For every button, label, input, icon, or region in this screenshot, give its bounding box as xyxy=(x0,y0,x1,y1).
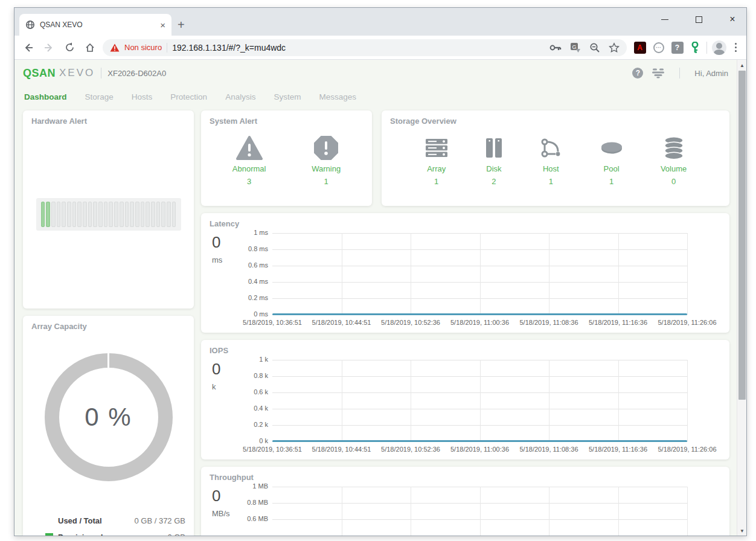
menu-dots-icon[interactable] xyxy=(731,43,741,53)
drive-slot xyxy=(41,202,45,227)
x-axis-tick-label: 5/18/2019, 11:08:36 xyxy=(519,319,578,326)
warning-triangle-icon[interactable] xyxy=(110,43,120,52)
y-axis-tick-label: 1 ms xyxy=(232,229,268,236)
scroll-down-icon[interactable]: ▼ xyxy=(737,526,746,536)
heart-icon[interactable] xyxy=(652,68,665,78)
drive-slot xyxy=(57,202,61,227)
overview-pool[interactable]: Pool 1 xyxy=(600,134,624,187)
avatar[interactable] xyxy=(712,40,726,55)
y-axis-tick-label: 0.2 k xyxy=(232,421,268,428)
iops-chart-card: IOPS 0 k 1 k0.8 k0.6 k0.4 k0.2 k0 k5/18/… xyxy=(201,340,729,459)
y-axis-tick-label: 0.6 ms xyxy=(232,261,268,269)
system-alert-warning[interactable]: Warning 1 xyxy=(312,134,341,187)
x-axis-tick-label: 5/18/2019, 10:52:36 xyxy=(381,319,440,326)
overview-label: Disk xyxy=(486,163,501,174)
nav-item-analysis[interactable]: Analysis xyxy=(225,92,255,101)
close-window-icon[interactable]: × xyxy=(725,11,740,27)
card-title: Hardware Alert xyxy=(31,117,185,126)
nav-item-dashboard[interactable]: Dashboard xyxy=(24,92,67,101)
security-label[interactable]: Non sicuro xyxy=(124,43,162,52)
drive-slot xyxy=(141,202,145,227)
scrollbar-thumb[interactable] xyxy=(738,71,746,400)
home-icon[interactable] xyxy=(82,40,98,56)
x-axis-tick-label: 5/18/2019, 10:44:51 xyxy=(312,319,371,326)
latency-plot-area: 1 ms0.8 ms0.6 ms0.4 ms0.2 ms0 ms5/18/201… xyxy=(272,233,687,330)
header-divider xyxy=(101,68,101,78)
y-axis-tick-label: 1 k xyxy=(232,356,268,363)
header-divider xyxy=(679,68,680,78)
capacity-percent: 0 % xyxy=(59,368,158,467)
gridline-vertical xyxy=(411,487,411,536)
adobe-extension-icon[interactable]: A xyxy=(634,42,646,54)
capacity-row-label: Provisioned xyxy=(58,533,103,536)
enclosure-front-view[interactable] xyxy=(36,198,181,231)
gridline-vertical xyxy=(687,233,688,315)
nav-item-system[interactable]: System xyxy=(274,92,301,101)
gridline-vertical xyxy=(411,360,411,441)
nav-item-hosts[interactable]: Hosts xyxy=(132,92,153,101)
gridline-vertical xyxy=(342,487,342,536)
product-logo: XEVO xyxy=(59,67,95,79)
new-tab-icon[interactable]: + xyxy=(178,18,185,32)
overview-value: 1 xyxy=(434,176,438,187)
throughput-chart-card: Throughput 0 MB/s 1 MB0.8 MB0.6 MB xyxy=(201,467,729,536)
overview-label: Volume xyxy=(661,163,687,174)
device-name: XF2026-D602A0 xyxy=(107,69,166,78)
tab-close-icon[interactable]: × xyxy=(160,20,165,30)
minimize-icon[interactable] xyxy=(657,11,673,27)
star-icon[interactable] xyxy=(609,42,620,53)
gridline-vertical xyxy=(687,360,688,441)
y-axis-tick-label: 0 k xyxy=(232,437,268,444)
overview-volume[interactable]: Volume 0 xyxy=(661,134,687,187)
chart-title: IOPS xyxy=(210,346,721,355)
user-greeting[interactable]: Hi, Admin xyxy=(694,69,728,78)
maximize-icon[interactable] xyxy=(691,11,706,27)
key-extension-icon[interactable] xyxy=(691,42,699,54)
overview-host[interactable]: Host 1 xyxy=(539,134,562,187)
help-icon[interactable]: ? xyxy=(632,68,643,78)
gridline-vertical xyxy=(411,233,411,315)
drive-slot xyxy=(77,202,82,227)
zoom-out-icon[interactable] xyxy=(589,42,600,53)
y-axis-tick-label: 0.8 ms xyxy=(232,245,268,252)
overview-disk[interactable]: Disk 2 xyxy=(485,134,502,187)
address-bar[interactable]: Non sicuro 192.168.1.131/#/?_k=mu4wdc G xyxy=(103,39,627,56)
pool-icon xyxy=(600,134,624,162)
y-axis-tick-label: 0.4 ms xyxy=(232,278,268,285)
provisioned-swatch xyxy=(45,533,53,536)
nav-item-protection[interactable]: Protection xyxy=(170,92,207,101)
capacity-row-label: Used / Total xyxy=(58,516,102,525)
brand-logo: QSAN xyxy=(23,67,56,80)
circle-extension-icon[interactable]: ··· xyxy=(653,42,664,53)
nav-item-storage[interactable]: Storage xyxy=(85,92,114,101)
browser-tab[interactable]: QSAN XEVO × xyxy=(19,14,171,36)
drive-slot xyxy=(167,202,171,227)
drive-slot xyxy=(72,202,77,227)
key-icon[interactable] xyxy=(549,44,562,51)
page-scrollbar[interactable]: ▲ ▼ xyxy=(737,60,746,536)
x-axis-tick-label: 5/18/2019, 10:44:51 xyxy=(312,446,371,453)
system-alert-card: System Alert Abnormal 3 xyxy=(201,110,372,206)
alert-value: 1 xyxy=(324,176,328,187)
y-axis-tick-label: 0.6 k xyxy=(232,388,268,395)
y-axis-tick-label: 0.6 MB xyxy=(232,515,268,522)
question-extension-icon[interactable]: ? xyxy=(671,42,684,54)
url-text[interactable]: 192.168.1.131/#/?_k=mu4wdc xyxy=(172,43,539,53)
disk-icon xyxy=(485,134,502,162)
array-icon xyxy=(424,134,449,162)
chart-title: Latency xyxy=(210,219,721,228)
nav-item-messages[interactable]: Messages xyxy=(319,92,356,101)
reload-icon[interactable] xyxy=(62,40,77,56)
capacity-row-value: 0 GB xyxy=(167,533,185,536)
overview-array[interactable]: Array 1 xyxy=(424,134,449,187)
scroll-up-icon[interactable]: ▲ xyxy=(737,60,746,70)
forward-icon[interactable] xyxy=(41,40,57,56)
back-icon[interactable] xyxy=(21,40,36,56)
y-axis-tick-label: 0.2 ms xyxy=(232,294,268,301)
gridline-vertical xyxy=(342,360,342,441)
translate-icon[interactable]: G xyxy=(570,42,581,53)
drive-slot xyxy=(130,202,134,227)
drive-slot xyxy=(51,202,56,227)
system-alert-abnormal[interactable]: Abnormal 3 xyxy=(232,134,266,187)
app-header: QSAN XEVO XF2026-D602A0 ? Hi, Admin xyxy=(14,60,737,86)
